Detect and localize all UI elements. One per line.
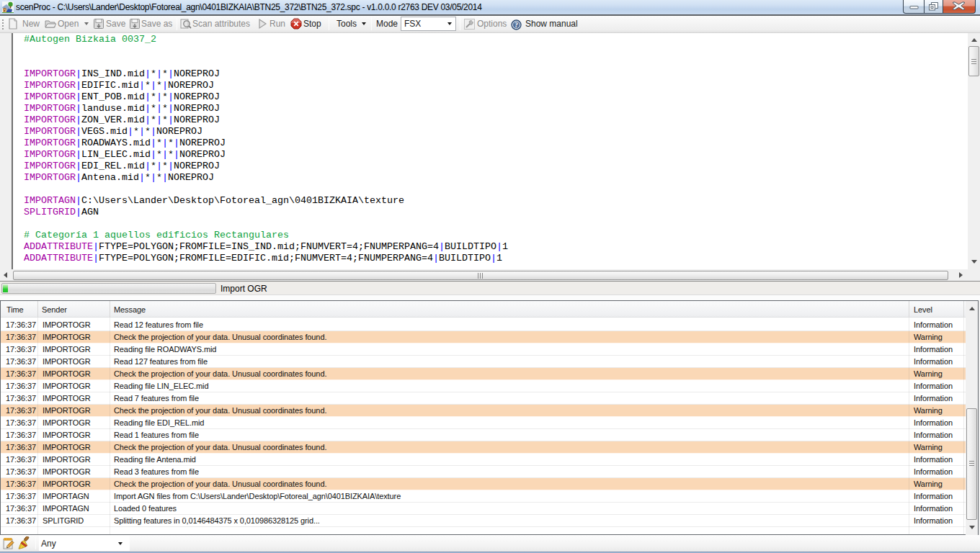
svg-text:?: ? (514, 21, 518, 29)
